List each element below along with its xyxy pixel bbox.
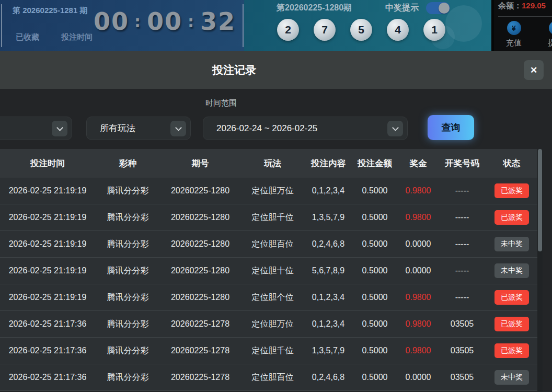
countdown-separator: : [182,13,200,31]
cell-period: 20260225-1280 [160,293,240,302]
cell-amount: 0.5000 [351,346,398,355]
divider [498,16,552,17]
last-draw-panel: 第20260225-1280期 中奖提示 27541 [244,0,491,51]
cell-content: 1,3,5,7,9 [305,346,351,355]
cell-content: 1,3,5,7,9 [305,213,351,222]
play-select[interactable]: 所有玩法 [86,117,191,140]
countdown-minutes: 00 [147,7,182,36]
cell-prize: 0.9800 [398,213,438,222]
recharge-label: 充值 [506,38,522,48]
cell-play: 定位胆千位 [240,212,305,223]
cell-time: 2026-02-25 21:19:19 [0,239,95,249]
lottery-select[interactable] [0,117,72,140]
win-tip-group: 中奖提示 [385,2,450,14]
chevron-down-icon [170,121,186,136]
cell-lottery: 腾讯分分彩 [95,319,160,330]
cell-play: 定位胆万位 [240,186,305,197]
divider [1,4,2,47]
cell-draw: 03505 [438,346,486,355]
cell-draw: ----- [438,239,486,249]
toggle-knob-icon [439,3,450,14]
cell-amount: 0.5000 [351,293,398,302]
table-row: 2026-02-25 21:19:19腾讯分分彩20260225-1280定位胆… [0,258,537,284]
status-badge: 已派奖 [494,210,529,225]
status-badge: 已派奖 [494,317,529,331]
table-header-cell: 期号 [160,158,240,169]
current-period-panel: 第 20260225-1281 期 已收藏 投注时间 00:00:32 [0,0,244,51]
table-row: 2026-02-25 21:19:19腾讯分分彩20260225-1280定位胆… [0,204,537,231]
table-body: 2026-02-25 21:19:19腾讯分分彩20260225-1280定位胆… [0,178,537,391]
balance-label: 余额： [498,1,522,10]
cell-lottery: 腾讯分分彩 [95,212,160,223]
countdown-timer: 00:00:32 [94,7,236,36]
bet-records-modal: 投注记录 ✕ 时间范围 所有玩法 2026-02-24 ~ 2026-02-25… [0,51,552,392]
cell-content: 0,2,4,6,8 [305,373,351,382]
cell-period: 20260225-1280 [160,266,240,275]
table-header-cell: 投注时间 [0,158,95,169]
table-row: 2026-02-25 21:19:19腾讯分分彩20260225-1280定位胆… [0,178,537,204]
cell-draw: 03505 [438,373,486,382]
cell-lottery: 腾讯分分彩 [95,372,160,383]
countdown-separator: : [129,13,147,31]
cell-draw: 03505 [438,319,486,329]
cell-status: 未中奖 [486,370,537,385]
modal-title: 投注记录 [212,63,256,77]
cell-prize: 0.9800 [398,293,438,302]
table-scrollbar[interactable] [537,149,543,392]
cell-time: 2026-02-25 21:19:19 [0,293,95,302]
status-badge: 已派奖 [494,290,529,305]
date-range-value: 2026-02-24 ~ 2026-02-25 [216,123,317,134]
table-header-cell: 投注内容 [305,158,351,169]
cell-period: 20260225-1280 [160,239,240,249]
cell-amount: 0.5000 [351,319,398,329]
countdown-seconds: 32 [200,7,236,36]
bet-time-tab[interactable]: 投注时间 [61,32,93,41]
chevron-down-icon [387,121,403,136]
cell-play: 定位胆百位 [240,239,305,250]
cell-lottery: 腾讯分分彩 [95,186,160,197]
cell-prize: 0.9800 [398,186,438,195]
cell-period: 20260225-1278 [160,373,240,382]
withdraw-button[interactable]: ¥ 提现 [542,21,552,48]
cell-period: 20260225-1280 [160,186,240,195]
time-range-label: 时间范围 [205,98,237,108]
modal-body: 时间范围 所有玩法 2026-02-24 ~ 2026-02-25 查询 投注时… [0,89,552,392]
top-bar: 第 20260225-1281 期 已收藏 投注时间 00:00:32 第202… [0,0,552,51]
last-period-label: 第20260225-1280期 [277,3,352,14]
close-button[interactable]: ✕ [524,60,544,80]
scrollbar-thumb[interactable] [538,149,542,251]
draw-number-ball: 2 [277,19,299,41]
app-root: 第 20260225-1281 期 已收藏 投注时间 00:00:32 第202… [0,0,552,392]
date-range-select[interactable]: 2026-02-24 ~ 2026-02-25 [203,117,408,140]
cell-draw: ----- [438,293,486,302]
favorited-tab[interactable]: 已收藏 [16,32,39,41]
table-row: 2026-02-25 21:19:19腾讯分分彩20260225-1280定位胆… [0,284,537,311]
cell-play: 定位胆十位 [240,266,305,276]
cell-amount: 0.5000 [351,266,398,275]
table-header-cell: 投注金额 [351,158,398,169]
cell-play: 定位胆千位 [240,345,305,356]
cell-period: 20260225-1280 [160,213,240,222]
cell-prize: 0.0000 [398,373,438,382]
recharge-button[interactable]: ¥ 充值 [500,21,527,48]
win-tip-toggle[interactable] [426,2,450,14]
cell-content: 0,2,4,6,8 [305,239,351,249]
cell-status: 已派奖 [486,317,537,331]
cell-status: 已派奖 [486,290,537,305]
modal-header: 投注记录 ✕ [0,51,552,89]
cell-amount: 0.5000 [351,213,398,222]
cell-status: 已派奖 [486,343,537,358]
cell-play: 定位胆个位 [240,292,305,303]
query-button[interactable]: 查询 [428,115,474,140]
cell-draw: ----- [438,213,486,222]
close-icon: ✕ [530,65,537,76]
cell-content: 0,1,2,3,4 [305,293,351,302]
table-row: 2026-02-25 21:17:36腾讯分分彩20260225-1278定位胆… [0,338,537,364]
draw-numbers: 27541 [277,19,460,41]
cell-period: 20260225-1278 [160,319,240,329]
table-header-cell: 玩法 [240,158,305,169]
draw-number-ball: 4 [387,19,409,41]
status-badge: 未中奖 [494,237,529,251]
divider [243,4,244,47]
cell-status: 已派奖 [486,183,537,198]
